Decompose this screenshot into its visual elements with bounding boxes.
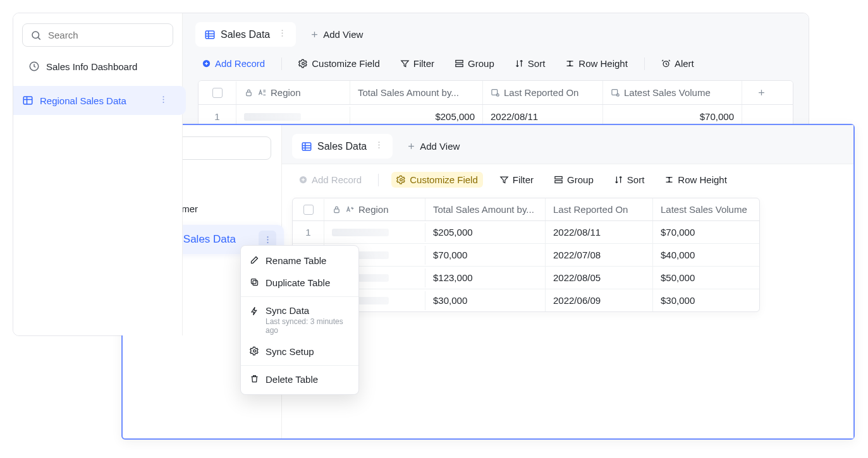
cell-total-sales[interactable]: $70,000 — [425, 244, 546, 266]
redacted-value — [332, 229, 389, 236]
search-box[interactable] — [22, 23, 173, 47]
add-record-button[interactable]: Add Record — [198, 56, 269, 71]
tab-more-icon[interactable] — [374, 140, 384, 152]
plus-icon — [406, 142, 416, 151]
cell-latest-volume[interactable]: $30,000 — [653, 289, 761, 311]
group-button[interactable]: Group — [550, 172, 597, 188]
cell-latest-volume[interactable]: $70,000 — [653, 221, 761, 243]
menu-label: Duplicate Table — [266, 277, 330, 288]
customize-field-button[interactable]: Customize Field — [295, 56, 384, 71]
text-field-icon — [257, 88, 267, 97]
group-icon — [554, 175, 563, 184]
table-row[interactable]: 3 $123,000 2022/08/05 $50,000 — [293, 267, 759, 289]
sort-button[interactable]: Sort — [511, 56, 549, 71]
add-view-button[interactable]: Add View — [398, 135, 468, 158]
grid-view-icon — [301, 141, 312, 152]
menu-duplicate-table[interactable]: Duplicate Table — [241, 272, 358, 294]
add-view-label: Add View — [323, 29, 363, 40]
group-button[interactable]: Group — [451, 56, 498, 71]
svg-point-59 — [379, 145, 380, 146]
col-last-reported[interactable]: Last Reported On — [483, 81, 603, 104]
col-total-sales[interactable]: Total Sales Amount by... — [350, 81, 483, 104]
row-index: 1 — [293, 221, 324, 243]
svg-point-0 — [32, 32, 39, 39]
svg-rect-23 — [456, 61, 463, 63]
tab-sales-data[interactable]: Sales Data — [195, 22, 296, 47]
sidebar-item-dashboard[interactable]: Sales Info Dashboard — [22, 56, 173, 77]
cell-total-sales[interactable]: $205,000 — [425, 221, 546, 243]
menu-sync-setup[interactable]: Sync Setup — [241, 340, 358, 363]
row-height-button[interactable]: Row Height — [661, 172, 731, 188]
svg-rect-24 — [456, 64, 463, 67]
cell-latest-volume[interactable]: $40,000 — [653, 244, 761, 266]
sort-icon — [515, 59, 524, 68]
menu-delete-table[interactable]: Delete Table — [241, 368, 358, 390]
cell-last-reported[interactable]: 2022/06/09 — [546, 289, 653, 311]
col-latest-volume[interactable]: Latest Sales Volume — [603, 81, 742, 104]
cell-empty — [742, 111, 780, 123]
table-row[interactable]: 4 $30,000 2022/06/09 $30,000 — [293, 289, 759, 311]
svg-point-52 — [267, 239, 268, 240]
cell-last-reported[interactable]: 2022/08/05 — [546, 267, 653, 289]
plus-circle-icon — [298, 175, 308, 184]
copy-icon — [250, 277, 259, 287]
col-label: Region — [358, 204, 389, 215]
tab-more-icon[interactable] — [278, 28, 287, 40]
front-main: Sales Data Add View Add Record Customize… — [282, 125, 853, 438]
front-grid: Region Total Sales Amount by... Last Rep… — [292, 198, 760, 312]
btn-label: Add Record — [215, 58, 265, 69]
svg-marker-67 — [501, 177, 508, 183]
btn-label: Group — [468, 58, 494, 69]
svg-point-13 — [282, 30, 283, 31]
filter-button[interactable]: Filter — [496, 172, 537, 188]
add-column-button[interactable] — [742, 81, 780, 104]
col-total-sales[interactable]: Total Sales Amount by... — [425, 198, 546, 220]
sort-button[interactable]: Sort — [610, 172, 649, 188]
trash-icon — [250, 374, 259, 383]
row-height-button[interactable]: Row Height — [561, 56, 632, 71]
menu-label: Delete Table — [266, 374, 318, 385]
svg-rect-72 — [334, 209, 339, 213]
svg-point-7 — [163, 99, 164, 100]
cell-total-sales[interactable]: $30,000 — [425, 289, 546, 311]
col-region[interactable]: Region — [324, 198, 425, 220]
checkbox[interactable] — [212, 88, 223, 98]
group-icon — [455, 59, 464, 68]
alert-button[interactable]: Alert — [657, 56, 698, 71]
svg-point-15 — [282, 35, 283, 37]
tab-sales-data[interactable]: Sales Data — [292, 134, 393, 159]
select-all-cell[interactable] — [293, 199, 324, 220]
svg-marker-22 — [401, 61, 408, 66]
svg-rect-54 — [302, 143, 311, 150]
svg-rect-74 — [252, 279, 257, 284]
customize-field-button[interactable]: Customize Field — [391, 172, 483, 188]
bolt-icon — [250, 306, 259, 316]
col-last-reported[interactable]: Last Reported On — [546, 198, 653, 220]
btn-label: Sort — [528, 58, 546, 69]
filter-icon — [400, 59, 410, 68]
menu-divider — [241, 296, 358, 297]
table-row[interactable]: 1 $205,000 2022/08/11 $70,000 — [293, 221, 759, 244]
add-view-button[interactable]: Add View — [301, 23, 372, 46]
cell-last-reported[interactable]: 2022/07/08 — [546, 244, 653, 266]
cell-latest-volume[interactable]: $50,000 — [653, 267, 761, 289]
svg-line-35 — [499, 96, 499, 97]
filter-button[interactable]: Filter — [396, 56, 438, 71]
checkbox[interactable] — [303, 205, 314, 215]
menu-sync-data[interactable]: Sync Data Last synced: 3 minutes ago — [241, 299, 358, 340]
svg-rect-68 — [555, 177, 562, 179]
add-record-button: Add Record — [295, 172, 365, 188]
more-icon[interactable] — [156, 92, 171, 109]
table-row[interactable]: 2 $70,000 2022/07/08 $40,000 — [293, 244, 759, 267]
col-region[interactable]: Region — [236, 81, 350, 104]
cell-region[interactable] — [324, 223, 425, 242]
cell-last-reported[interactable]: 2022/08/11 — [546, 221, 653, 243]
edit-icon — [250, 255, 259, 265]
filter-icon — [499, 175, 509, 184]
cell-total-sales[interactable]: $123,000 — [425, 267, 546, 289]
menu-rename-table[interactable]: Rename Table — [241, 250, 358, 272]
search-input[interactable] — [47, 29, 165, 41]
sidebar-item-regional[interactable]: Regional Sales Data — [13, 86, 186, 115]
select-all-cell[interactable] — [199, 81, 236, 104]
col-latest-volume[interactable]: Latest Sales Volume — [653, 198, 761, 220]
